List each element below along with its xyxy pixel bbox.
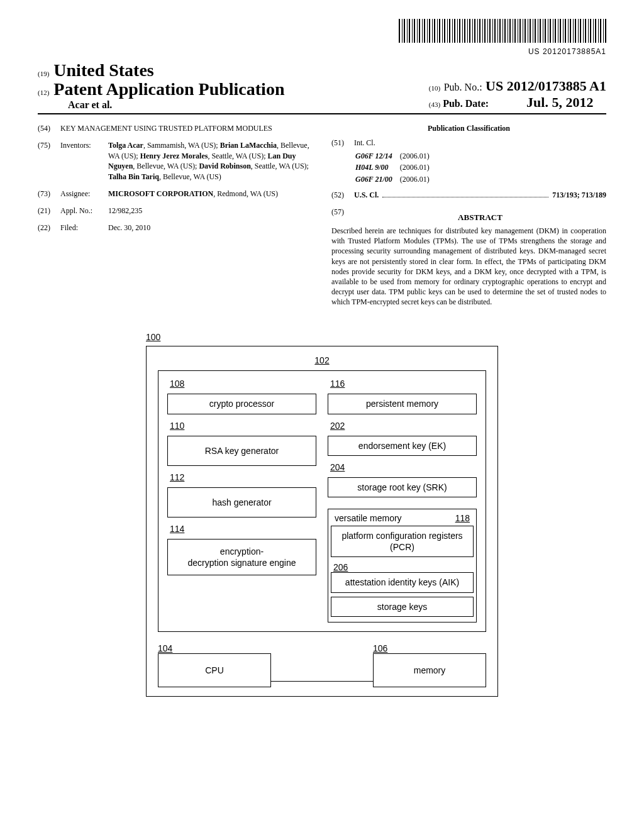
- intcl-row: G06F 21/00(2006.01): [355, 174, 436, 185]
- fig-storage-keys: storage keys: [331, 597, 474, 617]
- fig-hash-generator: hash generator: [167, 487, 316, 517]
- fig-rsa-key-generator: RSA key generator: [167, 436, 316, 466]
- header-row: (19) United States (12) Patent Applicati…: [38, 60, 606, 114]
- inventors-label: Inventors:: [60, 140, 108, 182]
- fig-ref-108: 108: [167, 377, 316, 389]
- pubno: US 2012/0173885 A1: [486, 78, 606, 94]
- fig-aik: attestation identity keys (AIK): [331, 572, 474, 592]
- barcode-number: US 20120173885A1: [528, 47, 606, 56]
- pubdate: Jul. 5, 2012: [526, 94, 593, 110]
- invention-title: KEY MANAGEMENT USING TRUSTED PLATFORM MO…: [60, 123, 313, 134]
- abstract-heading: ABSTRACT: [354, 212, 606, 223]
- fig-ref-202: 202: [328, 419, 477, 431]
- intcl-code: (51): [331, 138, 354, 148]
- applno-label: Appl. No.:: [60, 206, 108, 216]
- filed-value: Dec. 30, 2010: [108, 223, 313, 233]
- fig-ref-106: 106: [373, 643, 486, 653]
- filed-label: Filed:: [60, 223, 108, 233]
- fig-persistent-memory: persistent memory: [328, 394, 477, 414]
- title-code: (54): [38, 123, 60, 134]
- intcl-table: G06F 12/14(2006.01) H04L 9/00(2006.01) G…: [354, 150, 437, 186]
- barcode-area: US 20120173885A1: [38, 19, 606, 57]
- fig-bottom-row: 104 CPU 106 memory: [158, 643, 486, 687]
- figure: 100 102 108 crypto processor 110 RSA key…: [146, 332, 498, 696]
- country-code: (19): [38, 70, 49, 77]
- doctype: Patent Application Publication: [53, 79, 284, 99]
- applno-value: 12/982,235: [108, 206, 313, 216]
- fig-crypto-processor: crypto processor: [167, 394, 316, 414]
- fig-outer-box: 102 108 crypto processor 110 RSA key gen…: [146, 346, 498, 696]
- uscl-leader-dots: [382, 197, 548, 197]
- biblio-left-column: (54) KEY MANAGEMENT USING TRUSTED PLATFO…: [38, 123, 313, 307]
- fig-ref-112: 112: [167, 471, 316, 482]
- fig-inner-box: 108 crypto processor 110 RSA key generat…: [158, 370, 486, 631]
- fig-versatile-memory-group: versatile memory 118 platform configurat…: [328, 509, 477, 622]
- assignee-label: Assignee:: [60, 189, 108, 199]
- pubdate-label: Pub. Date:: [443, 98, 489, 109]
- pubno-label: Pub. No.:: [444, 82, 482, 92]
- fig-versatile-memory: versatile memory: [335, 513, 402, 523]
- country: United States: [53, 60, 153, 80]
- classification-heading: Publication Classification: [331, 123, 606, 134]
- assignee-code: (73): [38, 189, 60, 199]
- intcl-row: G06F 12/14(2006.01): [355, 151, 436, 162]
- uscl-label: U.S. Cl.: [354, 190, 379, 201]
- figure-wrap: 100 102 108 crypto processor 110 RSA key…: [38, 332, 606, 696]
- fig-ref-102: 102: [158, 355, 486, 365]
- applno-code: (21): [38, 206, 60, 216]
- fig-ref-104: 104: [158, 643, 271, 653]
- fig-left-col: 108 crypto processor 110 RSA key generat…: [167, 377, 316, 622]
- barcode-graphic: [399, 19, 606, 43]
- assignee-value: MICROSOFT CORPORATION, Redmond, WA (US): [108, 189, 313, 199]
- fig-enc-engine: encryption- decryption signature engine: [167, 539, 316, 575]
- pubno-code: (10): [429, 84, 440, 92]
- uscl-value: 713/193; 713/189: [552, 190, 606, 201]
- pubdate-code: (43): [429, 101, 440, 108]
- uscl-code: (52): [331, 190, 354, 201]
- fig-ref-116: 116: [328, 377, 477, 389]
- filed-code: (22): [38, 223, 60, 233]
- inventors-value: Tolga Acar, Sammamish, WA (US); Brian La…: [108, 140, 313, 182]
- fig-ref-114: 114: [167, 523, 316, 534]
- bibliographic-data: (54) KEY MANAGEMENT USING TRUSTED PLATFO…: [38, 123, 606, 307]
- fig-ref-206: 206: [331, 561, 474, 572]
- fig-cpu: CPU: [158, 653, 271, 687]
- fig-ref-110: 110: [167, 419, 316, 431]
- biblio-right-column: Publication Classification (51) Int. Cl.…: [331, 123, 606, 307]
- fig-storage-root-key: storage root key (SRK): [328, 477, 477, 497]
- intcl-label: Int. Cl.: [354, 138, 606, 148]
- abstract-code: (57): [331, 207, 354, 226]
- inventors-code: (75): [38, 140, 60, 182]
- doctype-code: (12): [38, 89, 49, 96]
- fig-connector-line: [271, 681, 373, 682]
- abstract-body: Described herein are techniques for dist…: [331, 226, 606, 307]
- header-left: (19) United States (12) Patent Applicati…: [38, 60, 284, 111]
- fig-pcr: platform configuration registers (PCR): [331, 526, 474, 557]
- fig-memory: memory: [373, 653, 486, 687]
- fig-endorsement-key: endorsement key (EK): [328, 436, 477, 456]
- intcl-row: H04L 9/00(2006.01): [355, 162, 436, 173]
- fig-ref-100: 100: [146, 332, 498, 342]
- fig-ref-118: 118: [455, 513, 470, 523]
- fig-right-col: 116 persistent memory 202 endorsement ke…: [328, 377, 477, 622]
- fig-ref-204: 204: [328, 461, 477, 472]
- header-right: (10) Pub. No.: US 2012/0173885 A1 (43) P…: [429, 78, 606, 111]
- author-line: Acar et al.: [68, 99, 284, 111]
